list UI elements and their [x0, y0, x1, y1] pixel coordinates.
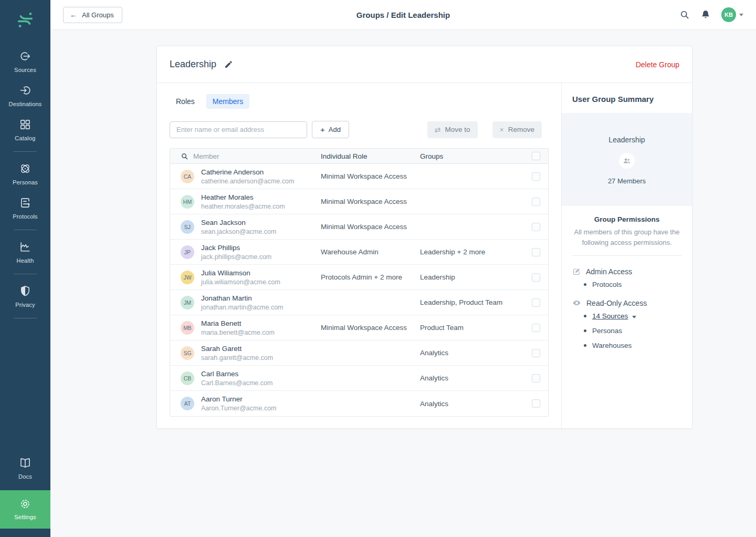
row-checkbox[interactable] [532, 324, 540, 332]
table-row: SGSarah Garettsarah.garett@acme.com Anal… [170, 340, 548, 366]
personas-icon [18, 162, 32, 175]
group-name-title: Leadership [170, 59, 216, 70]
member-email: sarah.garett@acme.com [201, 354, 273, 362]
row-checkbox[interactable] [532, 399, 540, 408]
admin-access-label: Admin Access [586, 267, 632, 276]
row-checkbox[interactable] [532, 349, 540, 357]
delete-group-button[interactable]: Delete Group [636, 60, 679, 69]
avatar: JW [181, 271, 194, 284]
sidebar-item-settings[interactable]: Settings [0, 490, 50, 529]
add-member-button[interactable]: + Add [312, 121, 349, 138]
admin-access-item: Protocols [572, 281, 681, 288]
notifications-bell-icon[interactable] [700, 9, 711, 20]
health-icon [18, 240, 32, 254]
catalog-icon [18, 118, 32, 131]
member-email: julia.wiliamson@acme.com [201, 278, 280, 286]
segment-logo-icon [16, 11, 35, 29]
remove-button[interactable]: × Remove [492, 121, 542, 138]
avatar: JP [181, 245, 194, 259]
row-checkbox[interactable] [532, 374, 540, 383]
select-all-checkbox[interactable] [532, 152, 540, 160]
sidebar-divider [14, 318, 37, 318]
member-role: Protocols Admin + 2 more [321, 273, 420, 281]
member-role: Minimal Workspace Access [321, 172, 420, 180]
tab-members[interactable]: Members [206, 94, 249, 109]
sidebar-divider [14, 151, 37, 152]
row-checkbox[interactable] [532, 273, 540, 282]
member-email: heather.morales@acme.com [201, 203, 285, 210]
table-row: JPJack Phillipsjack.phillips@acme.com Wa… [170, 240, 548, 265]
search-icon[interactable] [679, 9, 690, 20]
row-checkbox[interactable] [532, 172, 540, 181]
table-row: CACatherine Andersoncatherine.anderson@a… [170, 164, 548, 189]
member-email: maria.benett@acme.com [201, 329, 275, 336]
group-card: Leadership Delete Group Roles Members [156, 46, 692, 429]
sidebar-item-personas[interactable]: Personas [0, 157, 50, 191]
member-name: Aaron Turner [201, 395, 277, 403]
sidebar-item-catalog[interactable]: Catalog [0, 112, 50, 147]
user-menu-button[interactable]: KB [721, 7, 743, 22]
column-groups: Groups [420, 152, 524, 160]
edit-group-name-button[interactable] [224, 60, 233, 69]
avatar: JM [181, 296, 194, 309]
table-header: Member Individual Role Groups [170, 149, 548, 164]
admin-access-list: Protocols [572, 281, 681, 288]
sidebar-item-label: Sources [14, 67, 36, 73]
settings-icon [19, 498, 32, 510]
column-member: Member [193, 152, 219, 160]
row-checkbox[interactable] [532, 223, 540, 231]
protocols-icon [18, 196, 32, 210]
member-groups: Analytics [420, 400, 524, 408]
sidebar-item-label: Health [17, 257, 34, 264]
avatar: CA [181, 170, 194, 183]
sidebar-item-protocols[interactable]: Protocols [0, 191, 50, 225]
sidebar-item-destinations[interactable]: Destinations [0, 78, 50, 112]
card-header: Leadership Delete Group [157, 46, 692, 83]
readonly-access-label: Read-Only Access [586, 299, 647, 307]
sidebar: Sources Destinations Catalog Personas Pr… [0, 0, 50, 537]
move-to-arrows-icon: ⇄ [435, 126, 441, 133]
member-email: sean.jackson@acme.com [201, 228, 276, 235]
row-checkbox[interactable] [532, 198, 540, 206]
member-groups: Analytics [420, 349, 524, 357]
edit-icon [572, 267, 581, 276]
member-search-input[interactable] [170, 121, 307, 138]
summary-group-name: Leadership [567, 136, 687, 144]
group-permissions: Group Permissions All members of this gr… [562, 206, 692, 370]
sidebar-item-health[interactable]: Health [0, 235, 50, 269]
admin-access-row: Admin Access [572, 267, 681, 276]
row-checkbox[interactable] [532, 248, 540, 256]
tab-roles[interactable]: Roles [170, 94, 201, 109]
readonly-access-item: Warehouses [572, 342, 681, 349]
docs-icon [18, 456, 32, 470]
avatar: CB [181, 371, 194, 385]
sidebar-item-docs[interactable]: Docs [0, 451, 50, 485]
members-table: Member Individual Role Groups CACatherin… [170, 148, 549, 417]
member-name: Jack Phillips [201, 244, 271, 252]
row-checkbox[interactable] [532, 298, 540, 307]
member-name: Sean Jackson [201, 219, 276, 226]
group-members-icon [619, 153, 635, 169]
sources-count-link[interactable]: 14 Sources [592, 312, 628, 320]
table-row: HMHeather Moralesheather.morales@acme.co… [170, 189, 548, 214]
member-role: Warehouse Admin [321, 248, 420, 256]
move-to-button[interactable]: ⇄ Move to [427, 121, 478, 138]
table-row: JWJulia Wiliamsonjulia.wiliamson@acme.co… [170, 265, 548, 290]
member-name: Maria Benett [201, 319, 275, 327]
member-name: Carl Barnes [201, 370, 272, 378]
member-role: Minimal Workspace Access [321, 324, 420, 332]
avatar: MB [181, 321, 194, 335]
avatar: HM [181, 195, 194, 209]
all-groups-back-button[interactable]: ← All Groups [63, 7, 122, 23]
sidebar-item-sources[interactable]: Sources [0, 44, 50, 78]
member-groups: Product Team [420, 324, 524, 332]
members-toolbar: + Add ⇄ Move to × Remove [170, 121, 549, 138]
permissions-description: All members of this group have the follo… [572, 227, 681, 247]
sidebar-item-privacy[interactable]: Privacy [0, 279, 50, 313]
member-name: Julia Wiliamson [201, 269, 280, 277]
table-row: ATAaron TurnerAaron.Turner@acme.com Anal… [170, 391, 548, 416]
member-email: jack.phillips@acme.com [201, 253, 271, 261]
table-row: MBMaria Benettmaria.benett@acme.com Mini… [170, 315, 548, 340]
sidebar-item-label: Catalog [15, 135, 35, 141]
avatar: SJ [181, 220, 194, 234]
